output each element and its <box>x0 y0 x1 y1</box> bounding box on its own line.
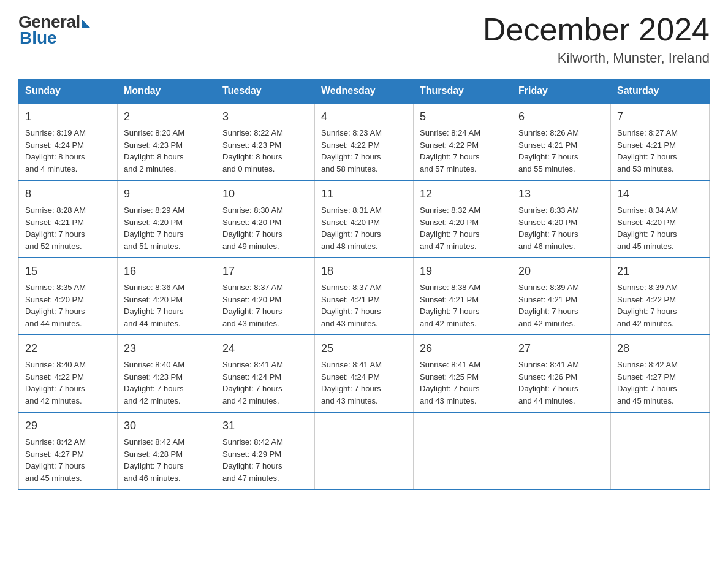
day-info-line: Sunset: 4:20 PM <box>518 216 604 229</box>
day-info-line: Daylight: 7 hours <box>420 151 506 163</box>
day-number: 16 <box>124 263 210 280</box>
day-info-line: Sunrise: 8:23 AM <box>321 127 407 139</box>
day-info-line: Sunrise: 8:34 AM <box>617 204 703 216</box>
calendar-cell: 14Sunrise: 8:34 AMSunset: 4:20 PMDayligh… <box>611 180 710 258</box>
day-info-line: and 2 minutes. <box>124 163 210 175</box>
day-info-line: Sunset: 4:23 PM <box>124 139 210 151</box>
day-info-line: Daylight: 7 hours <box>420 305 506 318</box>
day-number: 11 <box>321 186 407 202</box>
day-info-line: Sunrise: 8:28 AM <box>25 204 111 216</box>
calendar-cell: 7Sunrise: 8:27 AMSunset: 4:21 PMDaylight… <box>611 103 710 180</box>
day-info-line: Sunrise: 8:30 AM <box>222 204 308 216</box>
day-info-line: Sunrise: 8:31 AM <box>321 204 407 216</box>
day-info-line: Daylight: 8 hours <box>25 151 111 163</box>
calendar-cell: 30Sunrise: 8:42 AMSunset: 4:28 PMDayligh… <box>118 412 216 489</box>
day-info-line: Daylight: 7 hours <box>124 305 210 318</box>
day-info-line: and 45 minutes. <box>617 240 703 253</box>
day-info-line: Sunset: 4:27 PM <box>617 371 703 383</box>
day-info-line: Sunset: 4:25 PM <box>420 371 506 383</box>
day-info-line: Sunset: 4:21 PM <box>420 294 506 306</box>
day-info-line: and 52 minutes. <box>25 240 111 253</box>
day-number: 18 <box>321 263 407 280</box>
day-info-line: and 42 minutes. <box>617 318 703 330</box>
calendar-cell: 16Sunrise: 8:36 AMSunset: 4:20 PMDayligh… <box>118 258 216 335</box>
calendar-cell: 8Sunrise: 8:28 AMSunset: 4:21 PMDaylight… <box>19 180 118 258</box>
day-info-line: Daylight: 7 hours <box>124 228 210 240</box>
day-info-line: and 42 minutes. <box>420 318 506 330</box>
day-info-line: Sunset: 4:21 PM <box>617 139 703 151</box>
weekday-header-tuesday: Tuesday <box>216 79 315 104</box>
calendar-cell: 17Sunrise: 8:37 AMSunset: 4:20 PMDayligh… <box>216 258 315 335</box>
day-info-line: and 43 minutes. <box>321 395 407 407</box>
day-info-line: and 47 minutes. <box>222 472 308 484</box>
day-info-line: Sunset: 4:21 PM <box>518 139 604 151</box>
calendar-cell: 23Sunrise: 8:40 AMSunset: 4:23 PMDayligh… <box>118 335 216 412</box>
calendar-cell: 5Sunrise: 8:24 AMSunset: 4:22 PMDaylight… <box>414 103 512 180</box>
day-info-line: Daylight: 8 hours <box>124 151 210 163</box>
day-info-line: Sunset: 4:28 PM <box>124 448 210 461</box>
day-number: 29 <box>25 418 111 434</box>
day-info-line: and 58 minutes. <box>321 163 407 175</box>
calendar-cell: 28Sunrise: 8:42 AMSunset: 4:27 PMDayligh… <box>611 335 710 412</box>
calendar-cell: 9Sunrise: 8:29 AMSunset: 4:20 PMDaylight… <box>118 180 216 258</box>
day-number: 15 <box>25 263 111 280</box>
calendar-cell: 3Sunrise: 8:22 AMSunset: 4:23 PMDaylight… <box>216 103 315 180</box>
day-info-line: Sunrise: 8:37 AM <box>222 282 308 294</box>
calendar-cell <box>611 412 710 489</box>
day-info-line: Daylight: 7 hours <box>222 305 308 318</box>
logo-blue-text: Blue <box>18 28 57 48</box>
day-number: 20 <box>518 263 604 280</box>
weekday-header-wednesday: Wednesday <box>315 79 414 104</box>
day-info-line: Sunset: 4:20 PM <box>321 216 407 229</box>
day-number: 5 <box>420 109 506 125</box>
day-number: 7 <box>617 109 703 125</box>
day-info-line: Sunrise: 8:33 AM <box>518 204 604 216</box>
day-info-line: and 43 minutes. <box>222 318 308 330</box>
day-info-line: Sunrise: 8:41 AM <box>222 359 308 371</box>
day-info-line: Daylight: 7 hours <box>321 383 407 395</box>
day-info-line: Sunrise: 8:40 AM <box>124 359 210 371</box>
day-info-line: and 57 minutes. <box>420 163 506 175</box>
day-info-line: Sunset: 4:21 PM <box>321 294 407 306</box>
calendar-cell: 15Sunrise: 8:35 AMSunset: 4:20 PMDayligh… <box>19 258 118 335</box>
day-info-line: Daylight: 7 hours <box>617 151 703 163</box>
day-info-line: Sunrise: 8:39 AM <box>617 282 703 294</box>
day-info-line: and 42 minutes. <box>124 395 210 407</box>
location-title: Kilworth, Munster, Ireland <box>483 50 710 66</box>
day-info-line: and 51 minutes. <box>124 240 210 253</box>
day-info-line: and 49 minutes. <box>222 240 308 253</box>
logo: General Blue <box>18 12 91 48</box>
weekday-header-friday: Friday <box>512 79 611 104</box>
day-number: 1 <box>25 109 111 125</box>
calendar-cell: 11Sunrise: 8:31 AMSunset: 4:20 PMDayligh… <box>315 180 414 258</box>
day-info-line: Daylight: 7 hours <box>518 305 604 318</box>
day-info-line: Sunrise: 8:27 AM <box>617 127 703 139</box>
day-info-line: Sunrise: 8:39 AM <box>518 282 604 294</box>
calendar-cell <box>414 412 512 489</box>
calendar-body: 1Sunrise: 8:19 AMSunset: 4:24 PMDaylight… <box>19 103 710 489</box>
calendar-cell <box>315 412 414 489</box>
day-number: 26 <box>420 340 506 357</box>
day-info-line: Sunrise: 8:40 AM <box>25 359 111 371</box>
weekday-header-row: SundayMondayTuesdayWednesdayThursdayFrid… <box>19 79 710 104</box>
day-info-line: Sunrise: 8:38 AM <box>420 282 506 294</box>
day-number: 13 <box>518 186 604 202</box>
day-info-line: Sunrise: 8:37 AM <box>321 282 407 294</box>
day-info-line: Sunset: 4:22 PM <box>617 294 703 306</box>
day-info-line: Sunset: 4:22 PM <box>321 139 407 151</box>
month-title: December 2024 <box>483 12 710 47</box>
day-info-line: Daylight: 7 hours <box>420 228 506 240</box>
day-info-line: Sunrise: 8:29 AM <box>124 204 210 216</box>
day-info-line: Sunrise: 8:19 AM <box>25 127 111 139</box>
calendar-cell: 10Sunrise: 8:30 AMSunset: 4:20 PMDayligh… <box>216 180 315 258</box>
day-info-line: Sunset: 4:27 PM <box>25 448 111 461</box>
calendar-cell: 29Sunrise: 8:42 AMSunset: 4:27 PMDayligh… <box>19 412 118 489</box>
day-info-line: Daylight: 7 hours <box>25 383 111 395</box>
day-number: 10 <box>222 186 308 202</box>
day-info-line: and 43 minutes. <box>321 318 407 330</box>
day-number: 2 <box>124 109 210 125</box>
calendar-cell: 24Sunrise: 8:41 AMSunset: 4:24 PMDayligh… <box>216 335 315 412</box>
calendar-week-row: 1Sunrise: 8:19 AMSunset: 4:24 PMDaylight… <box>19 103 710 180</box>
weekday-header-sunday: Sunday <box>19 79 118 104</box>
day-info-line: Sunrise: 8:42 AM <box>124 436 210 448</box>
